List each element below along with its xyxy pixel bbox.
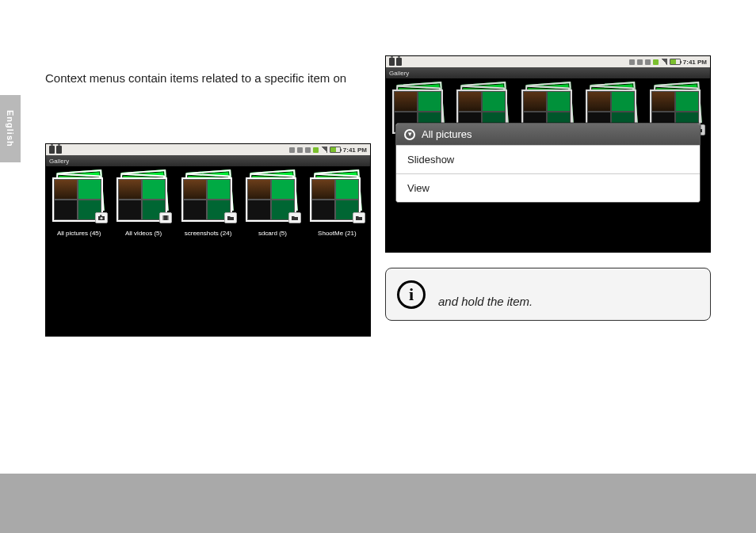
android-status-bar: 7:41 PM: [386, 56, 710, 67]
album-label: sdcard (5): [258, 230, 287, 237]
svg-rect-2: [100, 215, 102, 217]
folder-icon: [353, 212, 365, 223]
status-clock: 7:41 PM: [683, 59, 707, 66]
album-thumbnail: [310, 171, 364, 222]
context-menu-header: ▾ All pictures: [396, 124, 700, 145]
album-item[interactable]: All pictures (45): [51, 171, 107, 237]
album-thumbnail: [52, 171, 106, 222]
wifi-icon: [653, 59, 659, 65]
usb-icon: [56, 146, 62, 154]
svg-rect-5: [168, 215, 170, 220]
context-menu-title: All pictures: [422, 128, 472, 140]
battery-icon: [330, 147, 341, 153]
status-icon: [637, 59, 643, 65]
signal-icon: [321, 147, 327, 153]
page-footer-band: [0, 474, 756, 533]
album-item[interactable]: ShootMe (21): [309, 171, 365, 237]
context-menu: ▾ All pictures Slideshow View: [395, 123, 701, 203]
info-note-text: and hold the item.: [438, 280, 533, 308]
film-icon: [159, 212, 172, 223]
status-icon: [305, 147, 311, 153]
info-icon: i: [397, 280, 426, 309]
body-paragraph: Context menus contain items related to a…: [45, 71, 346, 85]
android-status-bar: 7:41 PM: [46, 144, 370, 155]
album-thumbnail: [246, 171, 300, 222]
info-note: i and hold the item.: [385, 268, 711, 321]
status-icon: [629, 59, 635, 65]
screenshot-gallery-grid: 7:41 PM Gallery All pictures (45)All vid…: [45, 143, 371, 337]
status-clock: 7:41 PM: [343, 147, 367, 154]
album-row: All pictures (45)All videos (5)screensho…: [46, 166, 370, 237]
album-thumbnail: [181, 171, 235, 222]
album-label: All pictures (45): [57, 230, 101, 237]
album-label: All videos (5): [125, 230, 162, 237]
chevron-down-icon: ▾: [404, 129, 415, 140]
album-label: ShootMe (21): [318, 230, 356, 237]
status-icon: [297, 147, 303, 153]
wifi-icon: [313, 147, 319, 153]
svg-point-1: [100, 217, 102, 219]
gallery-title: Gallery: [389, 70, 409, 77]
gallery-title-bar: Gallery: [46, 155, 370, 166]
folder-icon: [224, 212, 237, 223]
status-icon: [289, 147, 295, 153]
gallery-title: Gallery: [49, 158, 69, 165]
folder-icon: [288, 212, 301, 223]
language-side-tab: English: [0, 95, 21, 162]
signal-icon: [661, 59, 667, 65]
context-menu-item-view[interactable]: View: [396, 173, 700, 202]
screenshot-context-menu: 7:41 PM Gallery All pictures (45)All vid…: [385, 55, 711, 253]
album-label: screenshots (24): [185, 230, 232, 237]
usb-icon: [49, 146, 55, 154]
camera-icon: [95, 212, 108, 223]
context-menu-item-slideshow[interactable]: Slideshow: [396, 145, 700, 173]
status-icon: [645, 59, 651, 65]
album-item[interactable]: sdcard (5): [244, 171, 300, 237]
usb-icon: [396, 58, 402, 66]
battery-icon: [670, 59, 681, 65]
usb-icon: [389, 58, 395, 66]
svg-rect-4: [162, 215, 164, 220]
album-thumbnail: [116, 171, 170, 222]
album-item[interactable]: All videos (5): [115, 171, 171, 237]
gallery-title-bar: Gallery: [386, 67, 710, 78]
album-item[interactable]: screenshots (24): [180, 171, 236, 237]
